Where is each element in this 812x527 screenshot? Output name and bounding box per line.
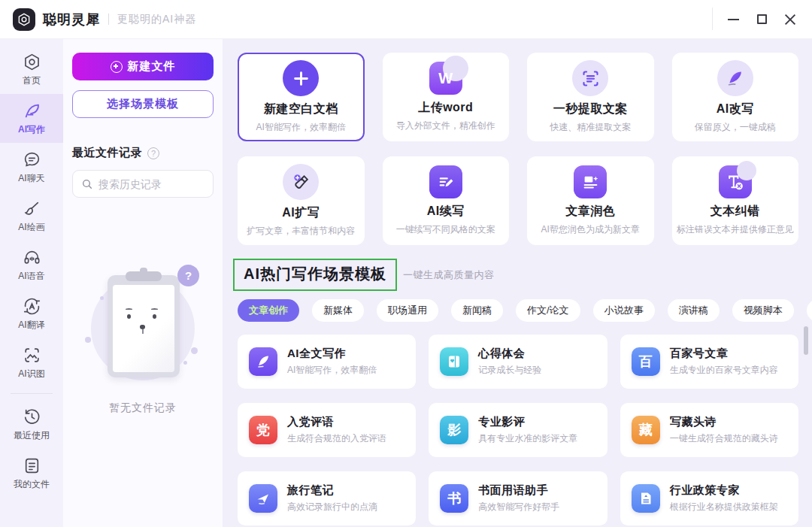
quick-card-ai-continue[interactable]: AI续写一键续写不同风格的文案 xyxy=(383,156,510,245)
close-icon xyxy=(784,14,796,26)
book-char-icon: 书 xyxy=(440,484,468,513)
empty-state-text: 暂无文件记录 xyxy=(109,401,177,415)
template-subtitle: 根据行业名称提供政策框架 xyxy=(670,501,778,513)
poem-char-icon: 藏 xyxy=(632,416,660,444)
left-panel: 新建文件 选择场景模板 最近文件记录 ? xyxy=(63,39,223,527)
tab-entertainment[interactable]: 娱乐服务 xyxy=(807,299,812,322)
sidebar-item-ai-writing[interactable]: AI写作 xyxy=(0,94,63,143)
party-char-icon: 党 xyxy=(249,416,277,444)
app-tagline: 更聪明的AI神器 xyxy=(117,13,196,26)
new-file-button[interactable]: 新建文件 xyxy=(72,53,214,80)
tab-new-media[interactable]: 新媒体 xyxy=(312,299,364,322)
minimize-button[interactable] xyxy=(719,5,747,34)
template-title: 行业政策专家 xyxy=(670,483,778,498)
template-card-travel-notes[interactable]: 旅行笔记高效记录旅行中的点滴 xyxy=(238,471,416,525)
template-title: 书面用语助手 xyxy=(478,483,559,498)
sidebar-item-label: AI识图 xyxy=(18,368,44,380)
sidebar: 首页AI写作AI聊天AI绘画AI语音AI翻译AI识图最近使用我的文件 xyxy=(0,39,63,527)
quick-card-upload-word[interactable]: W上传word导入外部文件，精准创作 xyxy=(383,53,510,141)
quick-card-text-correct[interactable]: 文本纠错标注错误文本并提供修正意见 xyxy=(672,156,799,245)
template-subtitle: 一键生成符合规范的藏头诗 xyxy=(670,432,778,445)
search-icon xyxy=(81,178,93,190)
empty-clipboard-illustration: ? xyxy=(80,265,205,391)
sidebar-item-ai-translate[interactable]: AI翻译 xyxy=(0,289,63,338)
quick-card-extract-text[interactable]: 一秒提取文案快速、精准提取文案 xyxy=(527,53,654,141)
sidebar-item-label: 最近使用 xyxy=(14,429,50,442)
quick-card-title: AI续写 xyxy=(427,204,465,220)
template-card-written-assistant[interactable]: 书书面用语助手高效智能写作好帮手 xyxy=(429,471,607,525)
template-subtitle: 生成专业的百家号文章内容 xyxy=(670,364,778,377)
help-icon[interactable]: ? xyxy=(147,147,159,159)
sidebar-item-label: AI语音 xyxy=(18,270,44,283)
word-icon: W xyxy=(429,62,462,95)
window-controls xyxy=(719,0,804,38)
template-card-party-review[interactable]: 党入党评语生成符合规范的入党评语 xyxy=(238,403,416,457)
quick-card-title: 一秒提取文案 xyxy=(553,101,628,117)
tab-novel[interactable]: 小说故事 xyxy=(593,299,655,322)
template-tabs: 文章创作新媒体职场通用新闻稿作文/论文小说故事演讲稿视频脚本娱乐服务 xyxy=(238,299,798,322)
template-subtitle: 高效记录旅行中的点滴 xyxy=(287,501,377,513)
template-card-film-review[interactable]: 影专业影评具有专业水准的影评文章 xyxy=(429,403,607,457)
maximize-button[interactable] xyxy=(747,5,776,34)
film-char-icon: 影 xyxy=(440,416,468,444)
sidebar-item-my-files[interactable]: 我的文件 xyxy=(0,449,63,498)
sidebar-item-home[interactable]: 首页 xyxy=(0,45,63,94)
sidebar-item-ai-vision[interactable]: AI识图 xyxy=(0,338,63,387)
quick-card-subtitle: 导入外部文件，精准创作 xyxy=(396,120,495,132)
search-input[interactable] xyxy=(98,178,205,190)
section-title: AI热门写作场景模板 xyxy=(244,265,386,282)
quick-card-subtitle: 保留原义，一键成稿 xyxy=(695,121,776,134)
main-content: 新建空白文档AI智能写作，效率翻倍W上传word导入外部文件，精准创作一秒提取文… xyxy=(223,39,812,527)
polish-doc-icon xyxy=(574,165,607,198)
tab-essay[interactable]: 作文/论文 xyxy=(516,299,580,322)
sidebar-divider xyxy=(11,393,53,394)
template-subtitle: 具有专业水准的影评文章 xyxy=(478,432,577,445)
document-icon xyxy=(23,456,41,475)
quick-card-ai-rewrite[interactable]: AI改写保留原义，一键成稿 xyxy=(672,53,799,141)
scrollbar-thumb[interactable] xyxy=(804,326,808,355)
tab-news[interactable]: 新闻稿 xyxy=(451,299,503,322)
templates-grid: AI全文写作AI智能写作，效率翻倍心得体会记录成长与经验百百家号文章生成专业的百… xyxy=(238,335,798,525)
tab-article-creation[interactable]: 文章创作 xyxy=(238,299,299,322)
book-heart-icon xyxy=(440,347,468,376)
template-card-baijiahao-article[interactable]: 百百家号文章生成专业的百家号文章内容 xyxy=(620,335,798,389)
headset-icon xyxy=(23,248,41,267)
sidebar-item-label: AI聊天 xyxy=(18,172,44,185)
continue-write-icon xyxy=(429,165,462,198)
expand-pen-icon xyxy=(283,164,319,200)
question-bubble-icon: ? xyxy=(177,265,199,286)
sidebar-item-label: AI写作 xyxy=(18,123,45,136)
quick-card-ai-expand[interactable]: AI扩写扩写文章，丰富情节和内容 xyxy=(238,156,365,245)
choose-template-button[interactable]: 选择场景模板 xyxy=(72,90,214,118)
template-card-ai-full-writing[interactable]: AI全文写作AI智能写作，效率翻倍 xyxy=(238,335,416,389)
tab-video-script[interactable]: 视频脚本 xyxy=(732,299,794,322)
quick-card-subtitle: 扩写文章，丰富情节和内容 xyxy=(247,225,355,238)
correct-text-icon xyxy=(719,165,752,198)
template-subtitle: 生成符合规范的入党评语 xyxy=(287,432,386,445)
tab-speech[interactable]: 演讲稿 xyxy=(668,299,720,322)
home-logo-icon xyxy=(23,53,41,71)
quick-card-new-blank-doc[interactable]: 新建空白文档AI智能写作，效率翻倍 xyxy=(238,53,365,141)
template-subtitle: 高效智能写作好帮手 xyxy=(478,501,559,513)
quick-card-article-polish[interactable]: 文章润色AI帮您润色为成为新文章 xyxy=(527,156,654,245)
sidebar-item-recent[interactable]: 最近使用 xyxy=(0,400,63,449)
quick-card-title: 文本纠错 xyxy=(710,204,760,220)
sidebar-item-ai-chat[interactable]: AI聊天 xyxy=(0,143,63,192)
quick-card-subtitle: AI帮您润色为成为新文章 xyxy=(541,223,640,236)
template-title: 入党评语 xyxy=(287,415,386,429)
template-card-acrostic-poem[interactable]: 藏写藏头诗一键生成符合规范的藏头诗 xyxy=(620,403,798,457)
template-subtitle: AI智能写作，效率翻倍 xyxy=(287,364,377,377)
maximize-icon xyxy=(757,14,767,24)
quill-icon xyxy=(23,101,41,120)
sidebar-items: 首页AI写作AI聊天AI绘画AI语音AI翻译AI识图最近使用我的文件 xyxy=(0,45,63,498)
tab-workplace[interactable]: 职场通用 xyxy=(377,299,438,322)
translate-icon xyxy=(23,297,41,316)
sidebar-item-ai-voice[interactable]: AI语音 xyxy=(0,241,63,289)
sidebar-item-ai-draw[interactable]: AI绘画 xyxy=(0,192,63,241)
quick-card-title: 文章润色 xyxy=(565,204,615,220)
close-button[interactable] xyxy=(776,5,804,34)
app-logo-icon xyxy=(13,8,35,31)
sidebar-item-label: AI绘画 xyxy=(18,221,44,234)
template-card-policy-expert[interactable]: 行业政策专家根据行业名称提供政策框架 xyxy=(620,471,798,525)
template-card-experience[interactable]: 心得体会记录成长与经验 xyxy=(429,335,607,389)
